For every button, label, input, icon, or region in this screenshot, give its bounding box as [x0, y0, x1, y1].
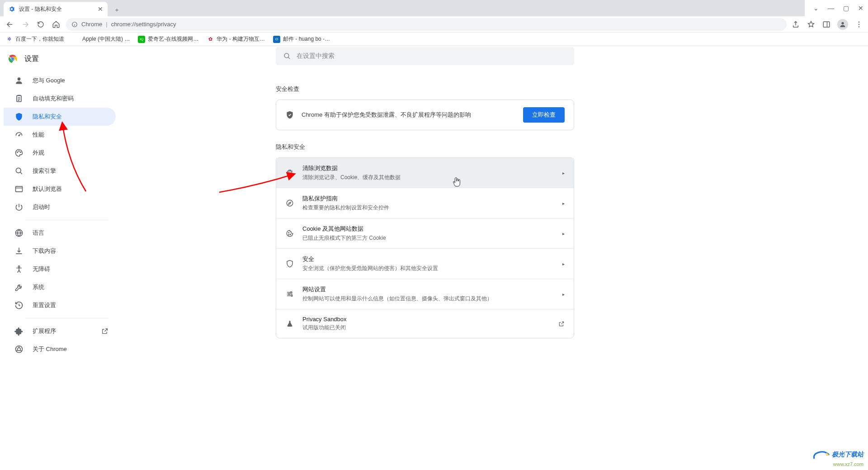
- site-info-icon[interactable]: [71, 21, 78, 28]
- sidebar-item-performance[interactable]: 性能: [4, 126, 116, 144]
- bookmark-item[interactable]: iQ 爱奇艺-在线视频网…: [138, 35, 198, 43]
- cursor-pointer-icon: [452, 177, 461, 187]
- bookmark-favicon: ✲: [5, 36, 13, 43]
- privacy-card: 清除浏览数据 清除浏览记录、Cookie、缓存及其他数据 ▸ 隐私保护指南 检查…: [276, 157, 574, 338]
- sidebar-item-about[interactable]: 关于 Chrome: [4, 340, 116, 358]
- browser-toolbar: Chrome | chrome://settings/privacy: [0, 16, 868, 33]
- bookmark-favicon: ✿: [207, 36, 214, 43]
- watermark: 极光下载站 www.xz7.com: [812, 450, 863, 467]
- gear-icon: [8, 5, 15, 13]
- tab-title: 设置 - 隐私和安全: [19, 5, 94, 13]
- window-maximize-icon[interactable]: ▢: [843, 5, 849, 12]
- reload-button[interactable]: [35, 19, 46, 30]
- svg-point-22: [287, 200, 293, 206]
- row-site-settings[interactable]: 网站设置 控制网站可以使用和显示什么信息（如位置信息、摄像头、弹出式窗口及其他）…: [276, 279, 574, 309]
- flask-icon: [285, 319, 294, 328]
- svg-point-27: [288, 294, 290, 295]
- chevron-right-icon: ▸: [562, 292, 565, 297]
- svg-point-13: [17, 152, 18, 153]
- chevron-right-icon: ▸: [562, 261, 565, 266]
- sidebar-item-you-and-google[interactable]: 您与 Google: [4, 71, 116, 90]
- bookmark-item[interactable]: Apple (中国大陆) …: [72, 35, 130, 43]
- shield-check-icon: [285, 110, 294, 119]
- window-minimize-icon[interactable]: —: [828, 5, 834, 12]
- svg-point-2: [841, 22, 844, 24]
- cookie-icon: [285, 229, 294, 238]
- chevron-right-icon: ▸: [562, 201, 565, 206]
- svg-point-4: [859, 24, 859, 24]
- chrome-logo-icon: [7, 53, 18, 64]
- bookmark-item[interactable]: ✿ 华为 - 构建万物互…: [207, 35, 265, 43]
- shield-icon: [285, 259, 294, 268]
- browser-tab[interactable]: 设置 - 隐私和安全 ✕: [4, 2, 108, 16]
- bookmark-item[interactable]: O 邮件 - huang bo -…: [273, 35, 330, 43]
- star-icon[interactable]: [807, 20, 816, 29]
- settings-search-input[interactable]: 在设置中搜索: [276, 47, 574, 65]
- omnibox[interactable]: Chrome | chrome://settings/privacy: [66, 18, 787, 31]
- person-icon: [14, 76, 24, 85]
- row-security[interactable]: 安全 安全浏览（保护您免受危险网站的侵害）和其他安全设置 ▸: [276, 249, 574, 279]
- svg-point-14: [19, 151, 19, 152]
- chevron-right-icon: ▸: [562, 171, 565, 176]
- clipboard-icon: [14, 94, 24, 103]
- settings-title: 设置: [24, 54, 39, 64]
- section-title-privacy: 隐私和安全: [276, 143, 574, 151]
- sidebar-item-on-startup[interactable]: 启动时: [4, 198, 116, 216]
- row-cookies[interactable]: Cookie 及其他网站数据 已阻止无痕模式下的第三方 Cookie ▸: [276, 218, 574, 249]
- svg-point-5: [859, 26, 859, 27]
- svg-rect-1: [823, 22, 830, 27]
- forward-button[interactable]: [20, 19, 31, 30]
- row-clear-browsing-data[interactable]: 清除浏览数据 清除浏览记录、Cookie、缓存及其他数据 ▸: [276, 158, 574, 188]
- palette-icon: [14, 148, 24, 157]
- search-placeholder: 在设置中搜索: [297, 52, 335, 60]
- sidebar-item-default-browser[interactable]: 默认浏览器: [4, 180, 116, 198]
- home-button[interactable]: [51, 19, 61, 30]
- download-icon: [14, 247, 24, 256]
- profile-avatar[interactable]: [837, 19, 848, 30]
- new-tab-button[interactable]: ＋: [110, 4, 123, 16]
- sidebar-item-appearance[interactable]: 外观: [4, 144, 116, 162]
- sidebar-item-languages[interactable]: 语言: [4, 224, 116, 242]
- back-button[interactable]: [5, 19, 15, 30]
- globe-icon: [14, 228, 24, 237]
- watermark-logo-icon: [812, 450, 830, 461]
- search-icon: [283, 52, 291, 60]
- chevron-right-icon: ▸: [562, 231, 565, 236]
- sidebar-item-reset[interactable]: 重置设置: [4, 296, 116, 314]
- sidebar-item-downloads[interactable]: 下载内容: [4, 242, 116, 260]
- menu-icon[interactable]: [854, 20, 863, 29]
- side-panel-icon[interactable]: [822, 20, 831, 29]
- compass-icon: [285, 199, 294, 208]
- sidebar-item-privacy[interactable]: 隐私和安全: [4, 108, 116, 126]
- settings-sidebar: 您与 Google 自动填充和密码 隐私和安全 性能 外观 搜索引擎 默认浏览器…: [4, 71, 116, 358]
- bookmark-item[interactable]: ✲ 百度一下，你就知道: [5, 35, 64, 43]
- svg-point-24: [290, 234, 291, 235]
- power-icon: [14, 203, 24, 212]
- window-close-icon[interactable]: ✕: [858, 5, 863, 12]
- external-link-icon: [101, 328, 108, 335]
- close-tab-icon[interactable]: ✕: [98, 5, 103, 13]
- safety-check-message: Chrome 有助于保护您免受数据泄露、不良扩展程序等问题的影响: [302, 111, 516, 119]
- window-icon: [14, 185, 24, 194]
- window-controls: ⌄ — ▢ ✕: [813, 0, 868, 16]
- sidebar-item-autofill[interactable]: 自动填充和密码: [4, 90, 116, 108]
- row-privacy-sandbox[interactable]: Privacy Sandbox 试用版功能已关闭: [276, 309, 574, 338]
- svg-point-28: [291, 295, 292, 296]
- safety-check-button[interactable]: 立即检查: [523, 107, 565, 123]
- window-dropdown-icon[interactable]: ⌄: [813, 5, 819, 12]
- wrench-icon: [14, 283, 24, 292]
- sidebar-item-extensions[interactable]: 扩展程序: [4, 322, 116, 340]
- speedometer-icon: [14, 130, 24, 139]
- svg-point-12: [19, 135, 19, 136]
- svg-point-10: [18, 77, 21, 81]
- sidebar-item-system[interactable]: 系统: [4, 278, 116, 296]
- share-icon[interactable]: [791, 20, 800, 29]
- main-content: 安全检查 Chrome 有助于保护您免受数据泄露、不良扩展程序等问题的影响 立即…: [276, 78, 574, 338]
- chrome-icon: [14, 345, 24, 354]
- row-privacy-guide[interactable]: 隐私保护指南 检查重要的隐私控制设置和安全控件 ▸: [276, 188, 574, 218]
- tune-icon: [285, 290, 294, 299]
- sidebar-item-search-engine[interactable]: 搜索引擎: [4, 162, 116, 180]
- sidebar-item-accessibility[interactable]: 无障碍: [4, 260, 116, 278]
- accessibility-icon: [14, 265, 24, 274]
- section-title-safety: 安全检查: [276, 85, 574, 93]
